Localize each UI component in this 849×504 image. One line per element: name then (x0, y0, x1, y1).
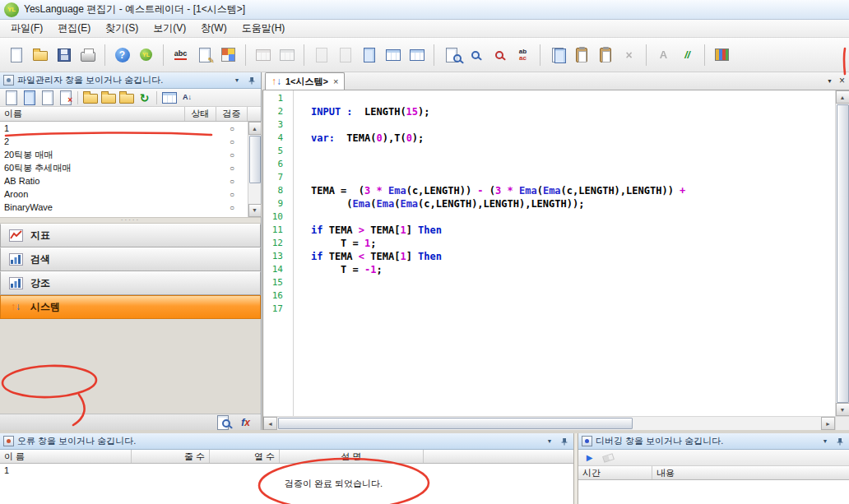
open-item-icon[interactable] (21, 89, 38, 106)
scroll-down-icon[interactable]: ▼ (248, 204, 262, 217)
error-row[interactable]: 검증이 완료 되었습니다. (0, 477, 573, 490)
save-icon[interactable] (53, 44, 75, 66)
file-row[interactable]: 2○ (0, 135, 248, 148)
sort-icon[interactable]: A↓ (179, 89, 196, 106)
line-number[interactable]: 13 (263, 250, 288, 263)
find-in-files-icon[interactable] (214, 414, 231, 431)
column-header-line[interactable]: 줄 수 (132, 450, 210, 463)
scrollbar-thumb[interactable] (837, 104, 849, 403)
nav-button-system[interactable]: ↑↓시스템 (0, 295, 261, 319)
verify-script-icon[interactable]: ✎ (193, 44, 216, 66)
file-row[interactable]: AB Ratio○ (0, 174, 248, 187)
code-editor[interactable]: 12INPUT : LENGTH(15);34var: TEMA(0),T(0)… (262, 90, 849, 430)
line-number[interactable]: 12 (263, 237, 288, 250)
tab-close-icon[interactable]: × (333, 76, 338, 86)
line-number[interactable]: 16 (263, 289, 288, 303)
code-line[interactable]: 12 T = 1; (263, 237, 835, 250)
panel-pin-icon[interactable] (834, 436, 846, 447)
file-row[interactable]: Aroon○ (0, 187, 248, 201)
code-line[interactable]: 11if TEMA > TEMA[1] Then (263, 224, 835, 237)
column-header-content[interactable]: 내용 (652, 466, 849, 479)
page-setup-icon[interactable] (358, 44, 380, 66)
panel-pin-icon[interactable] (246, 75, 257, 86)
tab-1-system[interactable]: ↑↓ 1<시스템> × (265, 72, 345, 90)
line-number[interactable]: 5 (263, 145, 288, 158)
paste-icon[interactable] (570, 44, 592, 66)
menu-item-0[interactable]: 파일(F) (3, 20, 50, 37)
scroll-up-icon[interactable]: ▲ (248, 122, 262, 135)
compile-icon[interactable] (217, 44, 239, 66)
file-row[interactable]: 1○ (0, 122, 248, 135)
debug-run-icon[interactable]: ▶ (581, 449, 598, 466)
scroll-down-icon[interactable]: ▼ (836, 403, 849, 416)
file-row[interactable]: 60틱봉 추세매매○ (0, 161, 248, 174)
nav-button-search[interactable]: 검색 (0, 247, 261, 271)
code-line[interactable]: 2INPUT : LENGTH(15); (263, 105, 835, 118)
column-header-desc[interactable]: 설 명 (280, 450, 424, 463)
line-number[interactable]: 9 (263, 197, 288, 210)
scrollbar-thumb[interactable] (249, 136, 261, 183)
menu-item-2[interactable]: 찾기(S) (98, 20, 146, 37)
file-list-scrollbar[interactable]: ▲ ▼ (248, 122, 261, 217)
delete-item-icon[interactable]: × (57, 89, 74, 106)
line-number[interactable]: 6 (263, 158, 288, 171)
code-line[interactable]: 16 (263, 289, 835, 303)
find-next-icon[interactable] (464, 44, 486, 66)
new-document-icon[interactable] (5, 44, 27, 66)
code-line[interactable]: 13if TEMA < TEMA[1] Then (263, 250, 835, 263)
copy-item-icon[interactable] (39, 89, 56, 106)
column-header-name[interactable]: 이 름 (0, 450, 132, 463)
line-number[interactable]: 3 (263, 118, 288, 132)
copy-icon[interactable] (546, 44, 568, 66)
column-header-status[interactable]: 상태 (185, 107, 216, 121)
code-line[interactable]: 9 (Ema(Ema(Ema(c,LENGTH),LENGTH),LENGTH)… (263, 197, 835, 210)
line-number[interactable]: 2 (263, 105, 288, 118)
column-header-time[interactable]: 시간 (578, 466, 652, 479)
menu-item-1[interactable]: 편집(E) (50, 20, 98, 37)
nav-button-indicator[interactable]: 지표 (0, 224, 261, 247)
code-line[interactable]: 4var: TEMA(0),T(0); (263, 132, 835, 145)
code-line[interactable]: 3 (263, 118, 835, 132)
scroll-left-icon[interactable]: ◄ (263, 417, 277, 430)
folder-open-icon[interactable] (100, 89, 117, 106)
nav-button-highlight[interactable]: 강조 (0, 271, 261, 295)
code-line[interactable]: 1 (263, 92, 835, 105)
new-item-icon[interactable] (2, 89, 20, 106)
line-number[interactable]: 14 (263, 263, 288, 276)
panel-splitter[interactable]: ····· (0, 217, 261, 224)
view-mode-icon[interactable] (160, 89, 178, 106)
column-header-verify[interactable]: 검증 (216, 107, 248, 121)
paste-special-icon[interactable] (594, 44, 616, 66)
line-number[interactable]: 10 (263, 210, 288, 224)
line-number[interactable]: 4 (263, 132, 288, 145)
code-line[interactable]: 10 (263, 210, 835, 224)
panel-menu-chevron-icon[interactable]: ▼ (231, 75, 243, 86)
file-row[interactable]: BinaryWave○ (0, 201, 248, 214)
menu-item-4[interactable]: 창(W) (193, 20, 234, 37)
line-number[interactable]: 8 (263, 184, 288, 197)
line-number[interactable]: 1 (263, 92, 288, 105)
comment-icon[interactable]: // (676, 44, 698, 66)
panel-pin-icon[interactable] (559, 436, 570, 447)
refresh-icon[interactable]: ↻ (136, 89, 153, 106)
line-number[interactable]: 7 (263, 171, 288, 184)
scrollbar-thumb[interactable] (278, 418, 633, 429)
bookmark-search-icon[interactable] (488, 44, 510, 66)
find-icon[interactable] (440, 44, 462, 66)
code-line[interactable]: 5 (263, 145, 835, 158)
menu-item-5[interactable]: 도움말(H) (234, 20, 293, 37)
code-line[interactable]: 15 (263, 276, 835, 289)
editor-horizontal-scrollbar[interactable]: ◄ ► (263, 416, 835, 430)
menu-item-3[interactable]: 보기(V) (146, 20, 193, 37)
code-line[interactable]: 17 (263, 303, 835, 316)
code-line[interactable]: 14 T = -1; (263, 263, 835, 276)
chart-wizard-icon[interactable] (711, 44, 733, 66)
open-document-icon[interactable] (29, 44, 51, 66)
code-line[interactable]: 6 (263, 158, 835, 171)
scroll-up-icon[interactable]: ▲ (836, 90, 849, 104)
function-wizard-icon[interactable]: fx (237, 414, 254, 431)
error-row[interactable]: 1 (0, 464, 573, 477)
panel-menu-chevron-icon[interactable]: ▼ (544, 436, 555, 447)
replace-icon[interactable]: abac (512, 44, 534, 66)
column-header-name[interactable]: 이름 (0, 107, 185, 121)
